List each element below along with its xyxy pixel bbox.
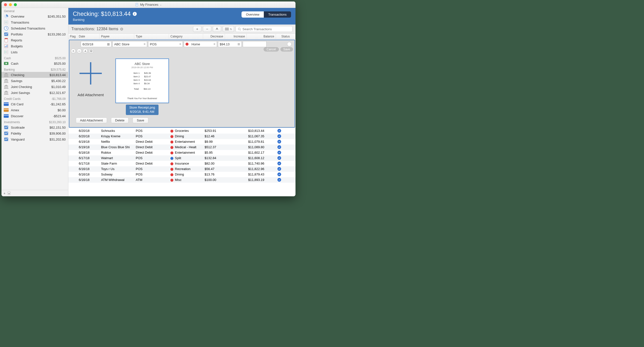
sidebar-item-lists[interactable]: Lists: [2, 49, 68, 55]
col-balance[interactable]: Balance: [247, 34, 276, 39]
menu-icon[interactable]: ≡: [144, 42, 146, 46]
svg-rect-1: [136, 4, 137, 4]
minimize-icon[interactable]: [9, 3, 12, 6]
sidebar-item-joint-checking[interactable]: Joint Checking$1,010.49: [2, 84, 68, 90]
sidebar-item-amount: $133,260.10: [48, 33, 66, 36]
remove-transaction-button[interactable]: −: [203, 26, 211, 32]
col-payee[interactable]: Payee: [100, 34, 134, 39]
edit-date-field[interactable]: 6/20/18▦: [81, 41, 112, 47]
editor-add-button[interactable]: +: [71, 49, 76, 54]
sidebar-item-label: Discover: [11, 114, 51, 118]
menu-icon[interactable]: ≡: [214, 42, 215, 46]
svg-rect-36: [6, 80, 6, 82]
transaction-row[interactable]: 6/20/18Krispy KremePOSDining$12.46$11,06…: [68, 134, 296, 139]
search-field[interactable]: [236, 26, 292, 32]
edit-type-field[interactable]: POS≡: [148, 41, 183, 47]
edit-increase-field[interactable]: [243, 41, 266, 47]
chart-icon: [4, 131, 9, 136]
menu-icon[interactable]: ≡: [179, 42, 181, 46]
svg-marker-46: [4, 91, 8, 92]
col-flag[interactable]: Flag: [68, 34, 77, 39]
col-increase[interactable]: Increase: [225, 34, 247, 39]
edit-decrease-field[interactable]: $94.13⊞: [218, 41, 242, 47]
sidebar-item-amount: $0.00: [58, 108, 66, 112]
sidebar-item-citi-card[interactable]: Citi Card-$1,242.65: [2, 101, 68, 107]
window-title-text: My Finances: [140, 3, 158, 7]
svg-rect-29: [4, 74, 5, 76]
edit-category-field[interactable]: Home≡: [184, 41, 217, 47]
svg-point-22: [5, 53, 6, 53]
sidebar-item-scheduled-transactions[interactable]: Scheduled Transactions: [2, 25, 68, 31]
tab-overview[interactable]: Overview: [242, 12, 264, 18]
calculator-icon[interactable]: ⊞: [238, 42, 240, 46]
report-icon: [4, 38, 9, 42]
sidebar-item-cash[interactable]: Cash$525.00: [2, 61, 68, 67]
main-panel: Checking: $10,813.44i Banking Overview T…: [68, 8, 296, 196]
close-icon[interactable]: [4, 3, 7, 6]
transaction-row[interactable]: 6/18/18RobloxDirect DebitEntertainment$5…: [68, 150, 296, 155]
transaction-row[interactable]: 6/16/18ATM WithdrawalATMMisc$100.00$11,8…: [68, 177, 296, 183]
sidebar-item-reports[interactable]: Reports: [2, 37, 68, 43]
sidebar-item-budgets[interactable]: Budgets: [2, 43, 68, 49]
sidebar-item-amount: $10,813.44: [50, 73, 66, 77]
svg-rect-42: [6, 86, 6, 88]
transaction-row[interactable]: 6/20/18SchnucksPOSGroceries$253.91$10,81…: [68, 128, 296, 134]
svg-rect-39: [4, 82, 8, 83]
sidebar-item-vanguard[interactable]: Vanguard$31,202.60: [2, 136, 68, 142]
save-attachment-button[interactable]: Save: [132, 118, 148, 123]
attachment-item[interactable]: ABC Store 2018-06-20 12:00 PM Item 1$45.…: [116, 59, 169, 115]
collapse-button[interactable]: ▴: [8, 192, 11, 195]
sidebar-item-amex[interactable]: Amex$0.00: [2, 107, 68, 113]
chevron-down-icon: ⌄: [160, 3, 162, 6]
sidebar-item-overview[interactable]: Overview$245,351.50: [2, 13, 68, 19]
zoom-icon[interactable]: [14, 3, 17, 6]
bank-icon: [4, 85, 9, 89]
transaction-row[interactable]: 6/16/18SubwayPOSDining$13.76$11,879.43: [68, 172, 296, 177]
search-input[interactable]: [242, 27, 290, 31]
add-transaction-button[interactable]: +: [193, 26, 201, 32]
add-attachment-button[interactable]: Add Attachment: [76, 118, 107, 123]
sidebar-item-discover[interactable]: Discover-$523.44: [2, 113, 68, 119]
sidebar-item-scottrade[interactable]: Scottrade$62,151.50: [2, 124, 68, 130]
edit-status-toggle[interactable]: [287, 42, 292, 46]
transaction-row[interactable]: 6/19/18NetflixDirect DebitEntertainment$…: [68, 139, 296, 145]
window-title[interactable]: My Finances ⌄: [135, 3, 162, 7]
col-status[interactable]: Status: [276, 34, 296, 39]
sidebar-item-joint-savings[interactable]: Joint Savings$12,321.67: [2, 90, 68, 96]
add-attachment-dropzone[interactable]: Add Attachment: [76, 59, 106, 97]
calendar-icon[interactable]: ▦: [107, 42, 110, 46]
sidebar-item-label: Portfolio: [11, 33, 46, 36]
col-date[interactable]: Date: [77, 34, 100, 39]
gear-icon[interactable]: ⚙: [120, 27, 123, 32]
svg-rect-3: [136, 5, 137, 5]
delete-attachment-button[interactable]: Delete: [111, 118, 129, 123]
transaction-row[interactable]: 6/19/18Blue Cross Blue ShiDirect DebitMe…: [68, 145, 296, 150]
sidebar-item-amount: $39,906.00: [50, 132, 66, 135]
col-decrease[interactable]: Decrease: [203, 34, 225, 39]
col-type[interactable]: Type: [134, 34, 169, 39]
editor-tag-button[interactable]: ⦿: [89, 49, 94, 54]
transaction-row[interactable]: 6/17/18State FarmDirect DebitInsurance$8…: [68, 161, 296, 166]
sidebar-item-checking[interactable]: Checking$10,813.44: [2, 72, 68, 78]
sidebar-item-amount: $62,151.50: [50, 126, 66, 129]
edit-payee-field[interactable]: ABC Store≡: [112, 41, 147, 47]
split-button[interactable]: [213, 26, 221, 32]
sidebar-item-fidelity[interactable]: Fidelity$39,906.00: [2, 130, 68, 136]
list-style-button[interactable]: ⇅: [223, 26, 234, 32]
sidebar-item-portfolio[interactable]: Portfolio$133,260.10: [2, 31, 68, 37]
tab-transactions[interactable]: Transactions: [264, 12, 291, 18]
svg-rect-18: [7, 45, 8, 47]
save-button[interactable]: Save: [280, 47, 293, 52]
document-icon: [135, 3, 139, 7]
transaction-row[interactable]: 6/16/18Toys r UsPOSRecreation$56.47$11,8…: [68, 166, 296, 172]
add-account-button[interactable]: +: [4, 191, 6, 195]
col-category[interactable]: Category: [169, 34, 203, 39]
transaction-row[interactable]: 6/17/18WalmartPOSSplit$132.84$11,608.12: [68, 155, 296, 161]
sidebar-item-transactions[interactable]: Transactions: [2, 19, 68, 25]
editor-remove-button[interactable]: −: [77, 49, 82, 54]
info-icon[interactable]: i: [133, 12, 137, 16]
editor-split-button[interactable]: ⅄: [83, 49, 88, 54]
sidebar-footer: + ▴: [2, 190, 68, 196]
sidebar-item-savings[interactable]: Savings$5,430.22: [2, 78, 68, 84]
cancel-button[interactable]: Cancel: [264, 47, 279, 52]
